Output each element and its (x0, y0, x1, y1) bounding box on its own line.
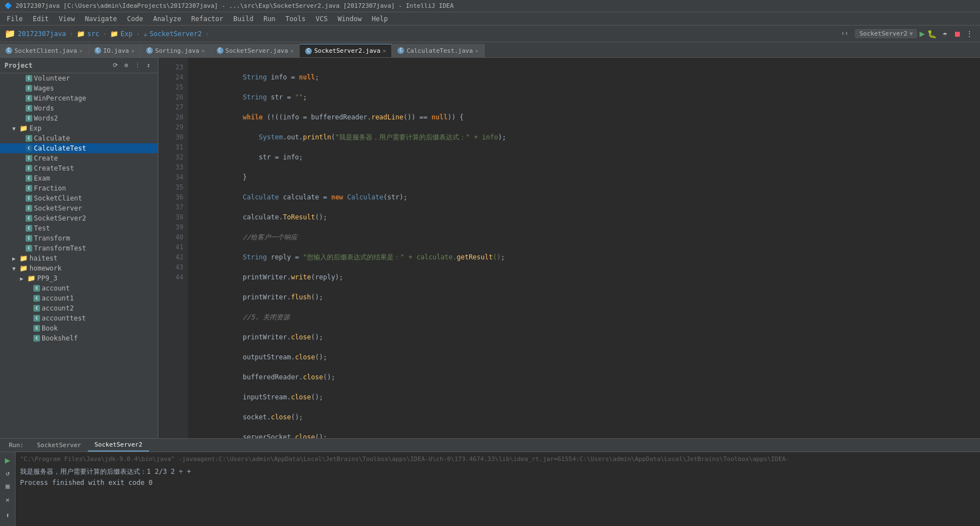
tree-item-haitest[interactable]: ▶ 📁 haitest (0, 253, 158, 263)
run-button[interactable]: ▶ (919, 28, 925, 39)
menu-navigate[interactable]: Navigate (81, 14, 122, 24)
code-line-37: outputStream.close(); (195, 352, 980, 362)
run-config[interactable]: SocketServer2 ▼ (855, 29, 917, 38)
menu-refactor[interactable]: Refactor (187, 14, 228, 24)
close-icon[interactable]: ✕ (382, 48, 386, 54)
more-button[interactable]: ⋮ (963, 28, 976, 40)
tree-item-account[interactable]: C account (0, 283, 158, 293)
tab-label: IO.java (103, 47, 129, 54)
tree-label: Transform (34, 234, 70, 242)
expand-icon[interactable]: ↕ (143, 61, 153, 71)
tree-item-transformtest[interactable]: C TransformTest (0, 243, 158, 253)
tab-calculatetest[interactable]: C CalculateTest.java ✕ (392, 44, 484, 57)
tree-item-createtest[interactable]: C CreateTest (0, 163, 158, 173)
code-line-40: socket.close(); (195, 412, 980, 422)
tree-item-socketclient[interactable]: C SocketClient (0, 193, 158, 203)
menu-window[interactable]: Window (333, 14, 366, 24)
tab-socketserver2[interactable]: C SocketServer2.java ✕ (300, 44, 392, 57)
run-tab-socketserver[interactable]: SocketServer (31, 439, 88, 451)
tree-item-fraction[interactable]: C Fraction (0, 183, 158, 193)
coverage-button[interactable]: ☂ (939, 28, 951, 40)
tree-item-homework[interactable]: ▼ 📁 homework (0, 263, 158, 273)
tab-label: CalculateTest.java (406, 47, 472, 54)
run-tab-run[interactable]: Run: (2, 439, 31, 451)
tree-item-bookshelf[interactable]: C Bookshelf (0, 333, 158, 343)
project-label: Project (4, 62, 33, 69)
breadcrumb-project[interactable]: 20172307java (18, 30, 66, 38)
tree-item-volunteer[interactable]: C Volunteer (0, 73, 158, 83)
tree-item-winpercentage[interactable]: C WinPercentage (0, 93, 158, 103)
tree-item-book[interactable]: C Book (0, 323, 158, 333)
settings-icon[interactable]: ⋮ (132, 61, 142, 71)
menu-build[interactable]: Build (229, 14, 258, 24)
tree-item-pp9-3[interactable]: ▶ 📁 PP9_3 (0, 273, 158, 283)
menu-tools[interactable]: Tools (281, 14, 310, 24)
menu-view[interactable]: View (54, 14, 79, 24)
tab-io[interactable]: C IO.java ✕ (89, 44, 141, 57)
run-output[interactable]: "C:\Program Files\Java\jdk-9.0.4\bin\jav… (16, 452, 980, 526)
menu-file[interactable]: File (2, 14, 27, 24)
stop-button[interactable]: ⏹ (953, 29, 961, 38)
menu-help[interactable]: Help (367, 14, 392, 24)
tab-label: SocketServer.java (226, 47, 288, 54)
title-text: 20172307java [C:\Users\admin\IdeaProject… (16, 2, 454, 9)
tree-item-words2[interactable]: C Words2 (0, 113, 158, 123)
breadcrumb-src[interactable]: src (87, 30, 100, 38)
close-icon[interactable]: ✕ (79, 48, 83, 54)
tab-socketserver[interactable]: C SocketServer.java ✕ (211, 44, 300, 57)
run-play-button[interactable]: ▶ (2, 454, 13, 465)
close-icon[interactable]: ✕ (475, 48, 479, 54)
tab-socketclient[interactable]: C SocketClient.java ✕ (0, 44, 89, 57)
tree-item-wages[interactable]: C Wages (0, 83, 158, 93)
tree-item-calculatetest[interactable]: C CalculateTest (0, 143, 158, 153)
class-icon: C (26, 185, 32, 192)
run-scroll-down-button[interactable]: ⬇ (2, 523, 13, 526)
tree-item-calculate[interactable]: C Calculate (0, 133, 158, 143)
tree-item-exp[interactable]: ▼ 📁 Exp (0, 123, 158, 133)
tree-item-account1[interactable]: C account1 (0, 293, 158, 303)
breadcrumb-file[interactable]: SocketServer2 (150, 30, 202, 38)
tree-item-accounttest[interactable]: C accounttest (0, 313, 158, 323)
gear-icon[interactable]: ⚙ (121, 61, 131, 71)
sync-icon[interactable]: ⟳ (110, 61, 120, 71)
expand-icon[interactable]: ▶ (10, 256, 18, 262)
breadcrumb-exp[interactable]: Exp (121, 30, 133, 38)
tree-label: Calculate (34, 134, 70, 142)
tree-item-exam[interactable]: C Exam (0, 173, 158, 183)
code-content[interactable]: String info = null; String str = ""; whi… (188, 58, 980, 438)
menu-run[interactable]: Run (259, 14, 280, 24)
close-icon[interactable]: ✕ (202, 48, 205, 54)
tree-item-socketserver[interactable]: C SocketServer (0, 203, 158, 213)
run-tab-socketserver2[interactable]: SocketServer2 (88, 439, 149, 452)
expand-icon[interactable]: ▼ (10, 265, 18, 272)
tab-label: SocketServer2.java (314, 47, 380, 54)
tab-bar: C SocketClient.java ✕ C IO.java ✕ C Sort… (0, 42, 980, 58)
tab-sorting[interactable]: C Sorting.java ✕ (141, 44, 211, 57)
close-icon[interactable]: ✕ (131, 48, 135, 54)
run-close-button[interactable]: ✕ (2, 494, 13, 505)
run-stop-button[interactable]: ⏹ (2, 481, 13, 492)
tree-item-words[interactable]: C Words (0, 103, 158, 113)
tree-item-transform[interactable]: C Transform (0, 233, 158, 243)
menu-edit[interactable]: Edit (28, 14, 53, 24)
tree-label: Words (34, 104, 54, 112)
close-icon[interactable]: ✕ (290, 48, 293, 54)
tree-item-create[interactable]: C Create (0, 153, 158, 163)
run-rerun-button[interactable]: ↺ (2, 468, 13, 479)
menu-code[interactable]: Code (123, 14, 148, 24)
menu-vcs[interactable]: VCS (311, 14, 332, 24)
class-icon: C (26, 105, 32, 112)
tree-item-test[interactable]: C Test (0, 223, 158, 233)
debug-button[interactable]: 🐛 (927, 29, 937, 38)
tree-item-socketserver2[interactable]: C SocketServer2 (0, 213, 158, 223)
run-scroll-up-button[interactable]: ⬆ (2, 510, 13, 521)
code-scroll[interactable]: 23 24 25 26 27 28 29 30 31 32 33 34 35 3… (158, 58, 980, 438)
run-cmd-line: "C:\Program Files\Java\jdk-9.0.4\bin\jav… (20, 454, 976, 464)
expand-icon[interactable]: ▶ (18, 275, 26, 282)
class-icon: C (26, 85, 32, 92)
tree-label: PP9_3 (37, 274, 57, 282)
tree-item-account2[interactable]: C account2 (0, 303, 158, 313)
expand-icon[interactable]: ▼ (10, 126, 18, 132)
menu-analyze[interactable]: Analyze (148, 14, 186, 24)
tree-label: Exam (34, 174, 50, 182)
